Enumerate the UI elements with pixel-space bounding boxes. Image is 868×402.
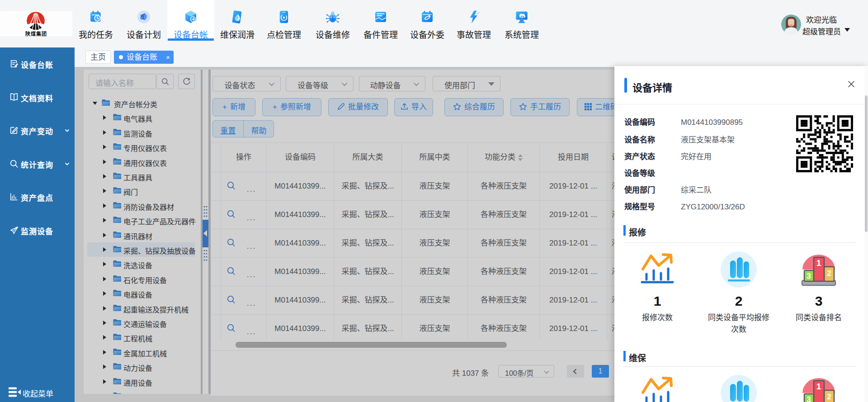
- svg-text:1: 1: [816, 382, 821, 391]
- svg-text:3: 3: [807, 395, 811, 402]
- svg-text:3: 3: [807, 272, 811, 280]
- svg-text:1: 1: [816, 258, 821, 268]
- svg-text:2: 2: [827, 393, 831, 401]
- svg-text:2: 2: [827, 269, 831, 278]
